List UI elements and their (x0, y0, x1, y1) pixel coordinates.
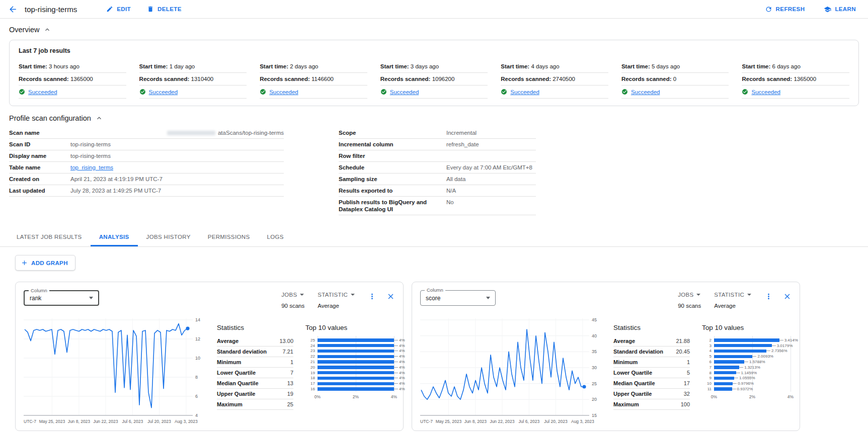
job-status-link[interactable]: Succeeded (631, 89, 660, 95)
job-status-link[interactable]: Succeeded (390, 89, 419, 95)
config-label: Display name (9, 152, 70, 159)
edit-button[interactable]: EDIT (103, 5, 134, 13)
overview-section-title: Overview (9, 26, 39, 34)
config-value: No (446, 199, 536, 206)
job-status-link[interactable]: Succeeded (269, 89, 298, 95)
card-menu-button[interactable] (368, 292, 376, 301)
add-graph-button[interactable]: ADD GRAPH (15, 255, 75, 271)
bar-leader-line (766, 351, 770, 351)
analysis-cards: Column rank JOBS 90 scans STATISTI (15, 282, 868, 431)
bar-row: 23 4% (318, 349, 395, 354)
start-time-label: Start time: (742, 63, 770, 69)
config-label: Publish results to BigQuery and Dataplex… (339, 199, 446, 213)
job-status-link[interactable]: Succeeded (510, 89, 539, 95)
overview-section-toggle[interactable]: Overview (0, 19, 60, 38)
job-status: Succeeded (380, 85, 488, 99)
bar-leader-line (752, 356, 756, 357)
card-close-button[interactable] (783, 292, 792, 301)
tab-analysis[interactable]: ANALYSIS (91, 227, 138, 246)
job-records-scanned: Records scanned: 1096200 (380, 73, 488, 85)
records-scanned-value: 0 (673, 76, 676, 82)
back-button[interactable] (8, 5, 18, 14)
jobs-dropdown[interactable]: JOBS (678, 292, 701, 298)
statistic-row: Upper Quartile 32 (613, 389, 690, 399)
config-label: Incremental column (339, 141, 446, 148)
table-name-link[interactable]: top_rising_terms (70, 164, 113, 170)
statistic-label: Minimum (613, 359, 638, 366)
y-tick-label: 30 (592, 365, 597, 370)
statistics-panel: Statistics Average 21.88 Standard deviat… (613, 317, 690, 425)
bar-category-label: 11 (702, 387, 712, 391)
records-scanned-label: Records scanned: (380, 76, 431, 82)
jobs-dropdown[interactable]: JOBS (281, 292, 304, 298)
refresh-icon (765, 6, 772, 13)
x-tick-label: Jul 6, 2023 (122, 419, 143, 424)
start-time-value: 1 day ago (170, 63, 195, 69)
config-row: Scan ID top-rising-terms (9, 139, 284, 150)
bar-x-tick-label: 0% (314, 394, 321, 399)
statistic-value: 25 (287, 401, 293, 408)
tab-permissions[interactable]: PERMISSIONS (199, 227, 259, 246)
top-values-panel: Top 10 values 2 3.414% 3 3.0179% 4 2.735… (702, 317, 792, 425)
bar-row: 7 1.3213% (714, 365, 792, 370)
bar-value-label: 4% (399, 365, 405, 370)
bar-category-label: 19 (305, 371, 315, 375)
statistic-label: Upper Quartile (613, 391, 652, 397)
card-close-button[interactable] (386, 292, 395, 301)
config-section-toggle[interactable]: Profile scan configuration (0, 107, 112, 126)
bar-value-label: 3.0179% (777, 343, 793, 348)
pencil-icon (106, 6, 113, 13)
records-scanned-label: Records scanned: (260, 76, 310, 82)
bar (318, 350, 394, 353)
column-select[interactable]: Column rank (24, 290, 99, 306)
statistic-label: Maximum (613, 401, 639, 408)
card-menu-button[interactable] (764, 292, 773, 301)
chevron-up-icon (43, 26, 51, 34)
records-scanned-value: 1146600 (311, 76, 334, 82)
bar-row: 25 4% (318, 337, 395, 343)
learn-button[interactable]: LEARN (821, 5, 859, 14)
job-start-time: Start time: 6 days ago (742, 60, 849, 73)
job-status-link[interactable]: Succeeded (751, 89, 780, 95)
statistic-dropdown-group: STATISTIC Average (318, 292, 355, 309)
card-body: 141210864UTC-7May 25, 2023Jun 8, 2023Jun… (24, 317, 395, 425)
x-tick-label: May 25, 2023 (39, 419, 65, 424)
job-status-link[interactable]: Succeeded (28, 89, 57, 95)
config-section-title: Profile scan configuration (9, 114, 91, 122)
bar-row: 11 0.9372% (714, 386, 792, 392)
y-tick-label: 40 (592, 333, 597, 338)
x-tick-label: Jul 20, 2023 (544, 419, 567, 424)
school-icon (824, 6, 831, 13)
tab-latest-job-results[interactable]: LATEST JOB RESULTS (8, 227, 91, 246)
statistic-row: Maximum 100 (613, 399, 690, 410)
records-scanned-label: Records scanned: (621, 76, 672, 82)
bar-value-label: 2.0093% (757, 354, 773, 359)
bar-category-label: 17 (305, 381, 315, 386)
records-scanned-value: 1365000 (70, 76, 93, 82)
jobs-dropdown-group: JOBS 90 scans (678, 292, 701, 309)
tab-jobs-history[interactable]: JOBS HISTORY (138, 227, 199, 246)
bar (318, 355, 394, 359)
column-select-value: score (426, 295, 486, 302)
tab-logs[interactable]: LOGS (258, 227, 292, 246)
column-select[interactable]: Column score (420, 290, 496, 306)
column-select-value: rank (30, 295, 89, 302)
job-records-scanned: Records scanned: 0 (621, 73, 729, 85)
bar-category-label: 16 (305, 387, 315, 391)
statistic-dropdown[interactable]: STATISTIC (714, 292, 751, 298)
bar (318, 360, 394, 364)
chevron-down-icon (89, 297, 93, 299)
bar-category-label: 2 (702, 338, 712, 342)
x-tick-label: Aug 3, 2023 (571, 419, 594, 424)
bar-category-label: 21 (305, 360, 315, 364)
statistic-dropdown[interactable]: STATISTIC (318, 292, 355, 298)
job-status: Succeeded (19, 85, 126, 99)
start-time-value: 6 days ago (772, 63, 801, 69)
job-result-column: Start time: 3 days ago Records scanned: … (380, 60, 488, 99)
bar (714, 377, 734, 380)
x-tick-label: Jul 20, 2023 (147, 419, 171, 424)
job-start-time: Start time: 5 days ago (621, 60, 729, 73)
job-status-link[interactable]: Succeeded (149, 89, 178, 95)
delete-button[interactable]: DELETE (144, 5, 185, 13)
refresh-button[interactable]: REFRESH (762, 5, 808, 14)
